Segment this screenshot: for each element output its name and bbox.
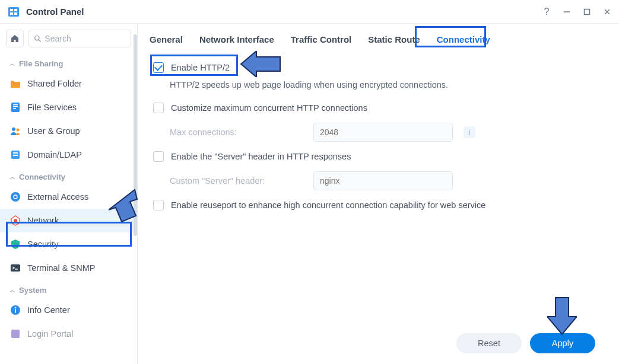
svg-rect-11: [11, 103, 20, 112]
section-label: Connectivity: [19, 173, 65, 181]
sidebar-item-info-center[interactable]: Info Center: [0, 298, 137, 322]
sidebar-item-label: Info Center: [27, 305, 70, 315]
svg-rect-27: [11, 330, 20, 338]
shield-icon: [9, 238, 21, 250]
home-icon: [10, 34, 20, 43]
section-label: File Sharing: [19, 59, 63, 68]
folder-icon: [9, 78, 21, 90]
sidebar-item-security[interactable]: Security: [0, 232, 137, 256]
info-icon[interactable]: i: [464, 126, 475, 138]
label-custom-server: Custom "Server" header:: [170, 176, 306, 186]
svg-rect-19: [13, 155, 18, 156]
checkbox-enable-http2[interactable]: [153, 62, 164, 73]
svg-rect-12: [13, 104, 18, 106]
apply-button[interactable]: Apply: [530, 333, 595, 353]
reset-button[interactable]: Reset: [456, 333, 522, 353]
row-reuseport: Enable reuseport to enhance high concurr…: [150, 195, 607, 215]
section-connectivity[interactable]: ︿ Connectivity: [0, 167, 137, 185]
row-customize-max: Customize maximum concurrent HTTP connec…: [150, 98, 607, 118]
tabs: General Network Interface Traffic Contro…: [138, 24, 619, 53]
sidebar-item-label: Login Portal: [27, 329, 73, 339]
tab-network-interface[interactable]: Network Interface: [199, 34, 274, 44]
row-enable-http2: Enable HTTP/2: [150, 58, 607, 78]
checkbox-customize-max[interactable]: [153, 103, 164, 113]
content-pane: General Network Interface Traffic Contro…: [138, 24, 619, 364]
label-reuseport: Enable reuseport to enhance high concurr…: [171, 200, 485, 210]
maximize-button[interactable]: [582, 7, 592, 17]
input-max-connections: [313, 123, 453, 142]
sidebar-item-label: Network: [27, 216, 59, 225]
svg-rect-26: [15, 309, 16, 313]
footer-buttons: Reset Apply: [138, 325, 619, 364]
row-custom-server: Custom "Server" header:: [150, 167, 607, 195]
row-max-connections: Max connections: i: [150, 118, 607, 146]
sidebar-item-label: User & Group: [27, 126, 80, 136]
sidebar-item-terminal-snmp[interactable]: Terminal & SNMP: [0, 256, 137, 280]
network-icon: [9, 215, 21, 226]
info-icon: [9, 304, 21, 316]
window-title: Control Panel: [26, 7, 542, 17]
sidebar-item-label: File Services: [27, 103, 77, 112]
terminal-icon: [9, 262, 21, 274]
search-icon: [34, 34, 41, 43]
sidebar-item-user-group[interactable]: User & Group: [0, 119, 137, 143]
sidebar-item-label: External Access: [27, 192, 88, 202]
sidebar: ︿ File Sharing Shared Folder File Servic…: [0, 24, 138, 364]
section-system[interactable]: ︿ System: [0, 280, 137, 298]
svg-rect-3: [10, 12, 13, 15]
svg-point-16: [17, 129, 20, 132]
svg-rect-13: [13, 106, 18, 107]
svg-point-9: [35, 36, 39, 40]
home-button[interactable]: [6, 30, 24, 47]
file-services-icon: [9, 101, 21, 113]
sidebar-item-label: Domain/LDAP: [27, 150, 82, 159]
tab-static-route[interactable]: Static Route: [368, 34, 420, 44]
search-box[interactable]: [28, 30, 131, 47]
minimize-button[interactable]: [562, 7, 572, 17]
svg-point-21: [14, 219, 17, 222]
input-custom-server: [313, 171, 453, 190]
chevron-up-icon: ︿: [9, 286, 15, 295]
portal-icon: [9, 328, 21, 340]
link-icon: [9, 191, 21, 203]
help-button[interactable]: ?: [542, 7, 551, 17]
sidebar-item-network[interactable]: Network: [0, 209, 137, 232]
svg-rect-18: [13, 152, 18, 154]
http2-description: HTTP/2 speeds up web page loading when u…: [150, 78, 607, 98]
sidebar-item-label: Security: [27, 240, 58, 249]
checkbox-reuseport[interactable]: [153, 200, 164, 210]
titlebar: Control Panel ?: [0, 0, 619, 24]
svg-point-25: [15, 307, 17, 309]
row-server-header: Enable the "Server" header in HTTP respo…: [150, 146, 607, 167]
svg-rect-6: [585, 9, 590, 14]
label-enable-http2: Enable HTTP/2: [171, 63, 230, 72]
sidebar-item-label: Shared Folder: [27, 79, 82, 88]
sidebar-item-file-services[interactable]: File Services: [0, 95, 137, 119]
section-label: System: [19, 286, 46, 295]
window-buttons: ?: [542, 7, 612, 17]
svg-point-20: [11, 192, 20, 202]
section-file-sharing[interactable]: ︿ File Sharing: [0, 53, 137, 72]
label-customize-max: Customize maximum concurrent HTTP connec…: [171, 103, 367, 113]
domain-icon: [9, 149, 21, 161]
svg-rect-0: [8, 7, 19, 17]
tab-connectivity[interactable]: Connectivity: [437, 34, 490, 44]
tab-general[interactable]: General: [150, 34, 183, 44]
label-max-connections: Max connections:: [170, 127, 306, 137]
svg-point-15: [12, 127, 15, 131]
svg-rect-1: [10, 9, 13, 11]
sidebar-item-login-portal[interactable]: Login Portal: [0, 322, 137, 346]
sidebar-item-domain-ldap[interactable]: Domain/LDAP: [0, 143, 137, 167]
svg-rect-2: [14, 9, 17, 11]
checkbox-server-header[interactable]: [153, 151, 164, 162]
sidebar-item-external-access[interactable]: External Access: [0, 185, 137, 209]
chevron-up-icon: ︿: [9, 60, 15, 68]
svg-line-10: [39, 40, 40, 41]
tab-traffic-control[interactable]: Traffic Control: [291, 34, 352, 44]
search-input[interactable]: [45, 34, 126, 43]
sidebar-item-shared-folder[interactable]: Shared Folder: [0, 72, 137, 95]
control-panel-icon: [7, 5, 20, 18]
close-button[interactable]: [602, 7, 612, 17]
label-server-header: Enable the "Server" header in HTTP respo…: [171, 152, 351, 161]
svg-rect-22: [11, 264, 20, 272]
